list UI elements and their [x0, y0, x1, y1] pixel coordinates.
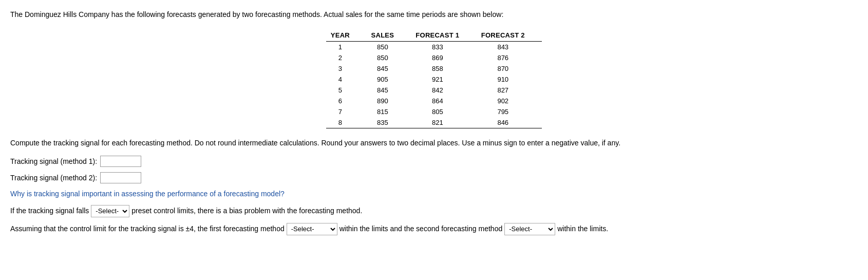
control-after-text: preset control limits, there is a bias p… [131, 204, 362, 217]
table-row: 1850833843 [326, 42, 542, 53]
table-cell: 815 [367, 106, 411, 117]
table-cell: 910 [477, 74, 542, 85]
col-year: YEAR [326, 29, 367, 42]
table-cell: 845 [367, 63, 411, 74]
table-cell: 835 [367, 117, 411, 128]
limit-end-text: within the limits. [557, 222, 608, 235]
table-cell: 3 [326, 63, 367, 74]
table-cell: 6 [326, 96, 367, 106]
table-cell: 842 [411, 85, 476, 96]
table-row: 2850869876 [326, 52, 542, 63]
table-cell: 821 [411, 117, 476, 128]
control-sentence-row: If the tracking signal falls -Select-out… [10, 204, 858, 217]
table-cell: 2 [326, 52, 367, 63]
compute-text: Compute the tracking signal for each for… [10, 138, 858, 148]
table-cell: 7 [326, 106, 367, 117]
tracking-signal-1-row: Tracking signal (method 1): [10, 156, 858, 167]
col-forecast1: FORECAST 1 [411, 29, 476, 42]
table-cell: 890 [367, 96, 411, 106]
col-sales: SALES [367, 29, 411, 42]
tracking-label-2: Tracking signal (method 2): [10, 174, 97, 182]
table-cell: 845 [367, 85, 411, 96]
limit-before-text: Assuming that the control limit for the … [10, 222, 285, 235]
table-row: 6890864902 [326, 96, 542, 106]
table-cell: 827 [477, 85, 542, 96]
table-cell: 833 [411, 42, 476, 53]
table-cell: 846 [477, 117, 542, 128]
forecast-table: YEAR SALES FORECAST 1 FORECAST 2 1850833… [326, 29, 542, 128]
table-row: 7815805795 [326, 106, 542, 117]
control-before-text: If the tracking signal falls [10, 204, 89, 217]
data-table-wrapper: YEAR SALES FORECAST 1 FORECAST 2 1850833… [10, 29, 858, 128]
table-cell: 864 [411, 96, 476, 106]
limit-select-1[interactable]: -Select-falls withinfalls outsideis with… [287, 223, 337, 235]
table-row: 8835821846 [326, 117, 542, 128]
tracking-signal-2-row: Tracking signal (method 2): [10, 172, 858, 183]
table-cell: 869 [411, 52, 476, 63]
intro-text: The Dominguez Hills Company has the foll… [10, 9, 858, 20]
limit-sentence-row: Assuming that the control limit for the … [10, 222, 858, 235]
table-row: 5845842827 [326, 85, 542, 96]
table-cell: 4 [326, 74, 367, 85]
table-cell: 5 [326, 85, 367, 96]
limit-middle-text: within the limits and the second forecas… [339, 222, 503, 235]
table-cell: 876 [477, 52, 542, 63]
table-cell: 921 [411, 74, 476, 85]
table-cell: 850 [367, 42, 411, 53]
table-cell: 870 [477, 63, 542, 74]
table-cell: 858 [411, 63, 476, 74]
tracking-signal-2-input[interactable] [100, 172, 141, 183]
table-cell: 805 [411, 106, 476, 117]
col-forecast2: FORECAST 2 [477, 29, 542, 42]
table-cell: 1 [326, 42, 367, 53]
table-cell: 905 [367, 74, 411, 85]
table-cell: 8 [326, 117, 367, 128]
table-cell: 795 [477, 106, 542, 117]
table-cell: 850 [367, 52, 411, 63]
tracking-label-1: Tracking signal (method 1): [10, 157, 97, 165]
why-text: Why is tracking signal important in asse… [10, 189, 858, 199]
limit-select-2[interactable]: -Select-falls withinfalls outsideis with… [504, 223, 555, 235]
table-row: 4905921910 [326, 74, 542, 85]
tracking-signal-1-input[interactable] [100, 156, 141, 167]
control-select[interactable]: -Select-outsidewithinabovebelow [91, 205, 129, 217]
table-cell: 843 [477, 42, 542, 53]
table-row: 3845858870 [326, 63, 542, 74]
table-cell: 902 [477, 96, 542, 106]
